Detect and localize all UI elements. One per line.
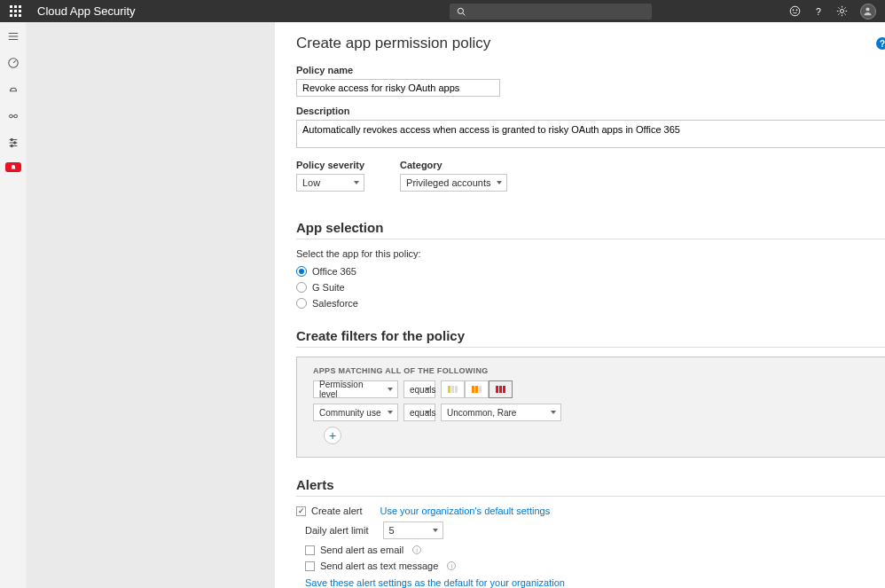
product-title: Cloud App Security xyxy=(37,4,136,18)
svg-point-15 xyxy=(840,9,843,12)
top-bar: Cloud App Security ? xyxy=(0,0,885,22)
svg-rect-6 xyxy=(10,14,12,17)
svg-rect-3 xyxy=(10,10,12,12)
svg-rect-0 xyxy=(10,5,12,8)
search-icon xyxy=(457,7,466,16)
settings-icon[interactable] xyxy=(836,5,848,17)
svg-rect-7 xyxy=(14,14,17,17)
svg-point-9 xyxy=(458,8,464,13)
svg-rect-5 xyxy=(19,10,21,12)
svg-rect-2 xyxy=(19,5,21,8)
svg-point-13 xyxy=(796,10,797,11)
svg-line-10 xyxy=(463,12,466,15)
feedback-icon[interactable] xyxy=(789,5,801,17)
svg-point-16 xyxy=(866,7,870,11)
svg-text:?: ? xyxy=(816,6,821,17)
svg-rect-8 xyxy=(19,14,21,17)
svg-point-12 xyxy=(793,10,794,11)
svg-point-11 xyxy=(790,6,800,16)
search-box[interactable] xyxy=(450,4,652,20)
user-avatar[interactable] xyxy=(860,4,876,20)
help-icon[interactable]: ? xyxy=(813,6,824,17)
app-launcher-icon[interactable] xyxy=(9,4,23,19)
svg-rect-4 xyxy=(14,10,17,12)
svg-rect-1 xyxy=(14,5,17,8)
